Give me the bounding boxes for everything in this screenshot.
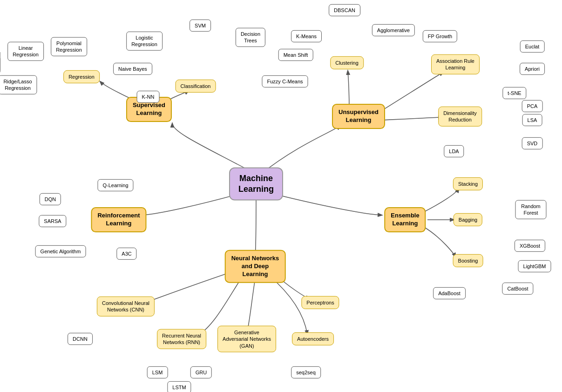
dqn-node: DQN (40, 193, 61, 205)
classification-label: Classification (176, 80, 216, 93)
q-learning-node: Q-Learning (97, 179, 133, 191)
seq2seq-node: seq2seq (291, 366, 321, 378)
catboost-node: CatBoost (502, 283, 533, 295)
reinforcement-label: ReinforcementLearning (91, 207, 146, 232)
genetic-label: Genetic Algorithm (35, 245, 86, 257)
dimensionality-node: DimensionalityReduction (438, 107, 482, 127)
fp-growth-node: FP Growth (423, 30, 457, 42)
lsm-label: LSM (147, 366, 168, 378)
lsa-node: LSA (522, 114, 542, 126)
lsm-node: LSM (147, 366, 168, 378)
ensemble-label: EnsembleLearning (384, 207, 426, 232)
cnn-node: Convolutional NeuralNetworks (CNN) (97, 297, 155, 317)
svm-label: SVM (190, 20, 211, 32)
mean-shift-node: Mean Shift (278, 49, 313, 61)
dcnn-node: DCNN (68, 333, 93, 345)
kmeans-node: K-Means (291, 30, 322, 42)
cnn-label: Convolutional NeuralNetworks (CNN) (97, 297, 155, 317)
fuzzy-cmeans-node: Fuzzy C-Means (262, 75, 308, 88)
euclat-node: Euclat (520, 41, 545, 53)
bagging-node: Bagging (454, 213, 482, 226)
autoencoders-label: Autoencoders (292, 332, 334, 345)
machine-learning-node: MachineLearning (229, 168, 283, 201)
autoencoders-node: Autoencoders (292, 332, 334, 345)
gru-node: GRU (190, 366, 212, 378)
lstm-label: LSTM (167, 381, 191, 392)
apriori-label: Apriori (520, 63, 545, 75)
rnn-label: Recurrent NeuralNetworks (RNN) (157, 329, 206, 349)
association-label: Association RuleLearning (431, 54, 480, 74)
neural-label: Neural Networksand DeepLearning (225, 250, 286, 283)
random-forest-label: Random Forest (515, 200, 547, 219)
apriori-node: Apriori (520, 63, 545, 75)
catboost-label: CatBoost (502, 283, 533, 295)
gan-label: GenerativeAdversarial Networks(GAN) (217, 326, 276, 352)
pca-label: PCA (522, 100, 543, 112)
dbscan-node: DBSCAN (329, 4, 360, 16)
agglomerative-node: Agglomerative (372, 24, 415, 36)
gan-node: GenerativeAdversarial Networks(GAN) (217, 326, 276, 352)
classification-node: Classification (176, 80, 216, 93)
naive-bayes-node: Naive Bayes (113, 63, 152, 75)
clustering-label: Clustering (330, 56, 364, 69)
lstm-node: LSTM (167, 381, 191, 392)
regression-node: Regression (63, 70, 100, 83)
neural-networks-node: Neural Networksand DeepLearning (225, 250, 286, 283)
dcnn-label: DCNN (68, 333, 93, 345)
boosting-label: Boosting (453, 254, 483, 267)
perceptrons-label: Perceptrons (301, 296, 339, 309)
euclat-label: Euclat (520, 41, 545, 53)
svd-node: SVD (522, 137, 543, 149)
decision-trees-label: DecisionTrees (236, 28, 265, 47)
machine-learning-label: MachineLearning (229, 168, 283, 201)
a3c-node: A3C (116, 248, 136, 260)
stacking-label: Stacking (453, 177, 483, 190)
knn-label: K-NN (137, 91, 160, 103)
dimensionality-label: DimensionalityReduction (438, 107, 482, 127)
kmeans-label: K-Means (291, 30, 322, 42)
genetic-node: Genetic Algorithm (35, 245, 86, 257)
clustering-node: Clustering (330, 56, 364, 69)
lightgbm-node: LightGBM (518, 260, 551, 272)
fuzzy-cmeans-label: Fuzzy C-Means (262, 75, 308, 88)
svm-node: SVM (190, 20, 211, 32)
perceptrons-node: Perceptrons (301, 296, 339, 309)
regression-label: Regression (63, 70, 100, 83)
logistic-regression-node: LogisticRegression (126, 32, 163, 51)
tsne-label: t-SNE (502, 87, 526, 99)
stacking-node: Stacking (453, 177, 483, 190)
naive-bayes-label: Naive Bayes (113, 63, 152, 75)
linear-regression-node: LinearRegression (7, 42, 44, 61)
random-forest-node: Random Forest (515, 200, 547, 219)
lda-label: LDA (444, 145, 464, 157)
polynomial-regression-label: PolynomialRegression (51, 37, 87, 56)
ensemble-learning-node: EnsembleLearning (384, 207, 426, 232)
dqn-label: DQN (40, 193, 61, 205)
bagging-label: Bagging (454, 213, 482, 226)
unsupervised-learning-node: UnsupervisedLearning (332, 104, 385, 129)
ridge-lasso-label: Ridge/LassoRegression (0, 75, 37, 95)
boosting-node: Boosting (453, 254, 483, 267)
adaboost-label: AdaBoost (433, 287, 466, 299)
lightgbm-label: LightGBM (518, 260, 551, 272)
seq2seq-label: seq2seq (291, 366, 321, 378)
dbscan-label: DBSCAN (329, 4, 360, 16)
sarsa-label: SARSA (39, 215, 66, 227)
pca-node: PCA (522, 100, 543, 112)
lda-node: LDA (444, 145, 464, 157)
adaboost-node: AdaBoost (433, 287, 466, 299)
rnn-node: Recurrent NeuralNetworks (RNN) (157, 329, 206, 349)
gru-label: GRU (190, 366, 212, 378)
a3c-label: A3C (116, 248, 136, 260)
xgboost-node: XGBoost (515, 240, 545, 252)
sarsa-node: SARSA (39, 215, 66, 227)
association-node: Association RuleLearning (431, 54, 480, 74)
tsne-node: t-SNE (502, 87, 526, 99)
polynomial-regression-node: PolynomialRegression (51, 37, 87, 56)
agglomerative-label: Agglomerative (372, 24, 415, 36)
svd-label: SVD (522, 137, 543, 149)
lsa-label: LSA (522, 114, 542, 126)
fp-growth-label: FP Growth (423, 30, 457, 42)
logistic-regression-label: LogisticRegression (126, 32, 163, 51)
knn-node: K-NN (137, 91, 160, 103)
